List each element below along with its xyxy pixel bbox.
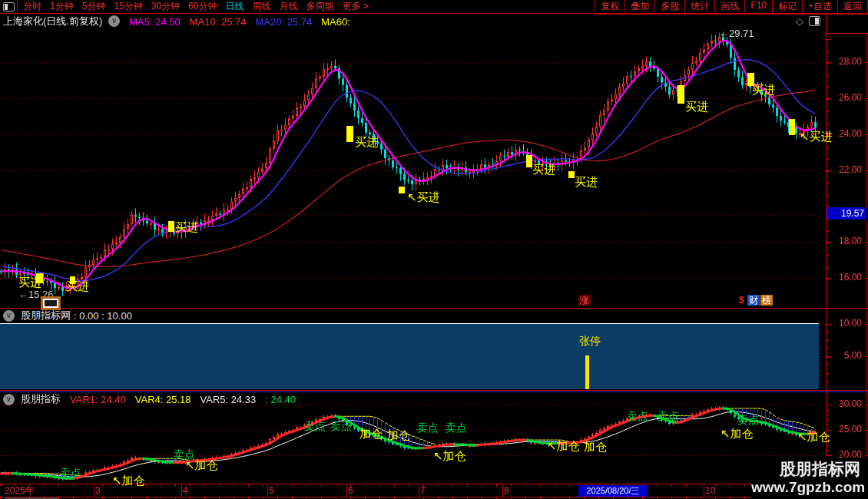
panel-layout-icon[interactable] — [809, 16, 820, 26]
axis-tick-minor — [827, 219, 830, 220]
axis-tick-minor — [827, 183, 830, 183]
footer-badge-3[interactable]: 榜 — [760, 295, 773, 306]
buy-signal-marker — [36, 273, 43, 283]
timeline-year-label: 2025年 — [5, 485, 35, 496]
period-tab-1[interactable]: 1分钟 — [50, 0, 74, 13]
price-axis-label: 18.00 — [830, 236, 862, 246]
period-tab-7[interactable]: 周线 — [252, 0, 270, 13]
axis-tick-minor — [827, 51, 830, 52]
buy-signal-marker — [568, 171, 575, 178]
axis-tick-minor — [827, 381, 830, 382]
axis-tick-minor — [827, 123, 830, 124]
period-tab-5[interactable]: 60分钟 — [188, 0, 217, 13]
buy-signal-marker — [346, 126, 353, 142]
action-button-3[interactable]: 统计 — [684, 0, 715, 15]
axis-tick-minor — [827, 410, 830, 411]
diamond-icon[interactable]: ◇ — [796, 15, 803, 27]
title-bar: 上海家化(日线.前复权) MA5: 24.50MA10: 25.74MA20: … — [0, 14, 868, 28]
action-button-1[interactable]: 叠加 — [624, 0, 655, 15]
footer-badge-1[interactable]: $ — [737, 295, 746, 306]
action-menu: 复权叠加多股统计画线F10标记+自选返回 — [595, 0, 868, 15]
add-position-label: 加仓 — [359, 428, 383, 439]
axis-tick-minor — [827, 207, 830, 207]
title-icons: ◇ — [796, 15, 820, 27]
watermark: 股朋指标网 www.7gpzb.com — [751, 458, 868, 499]
sell-point-label: 卖点 — [60, 468, 81, 478]
period-tab-6[interactable]: 日线 — [225, 0, 244, 13]
axis-tick-minor — [827, 455, 830, 456]
buy-signal-marker — [789, 119, 795, 135]
timeline-month-label: 8 — [504, 485, 509, 496]
axis-tick-minor — [827, 365, 830, 365]
footer-badge-2[interactable]: 财 — [747, 295, 760, 306]
top-menu-bar: 分时1分钟5分钟15分钟30分钟60分钟日线周线月线多周期更多 > 复权叠加多股… — [0, 0, 868, 14]
timeline-month-label: 3 — [95, 485, 101, 496]
selected-date-cell: 2025/08/20/三 — [578, 485, 648, 497]
timeline-month-label: 4 — [183, 485, 188, 496]
panel2-axis-label: 5.00 — [830, 350, 862, 361]
buy-signal-marker — [168, 221, 174, 232]
buy-signal-marker — [526, 155, 532, 167]
action-button-5[interactable]: F10 — [744, 0, 773, 15]
period-tab-9[interactable]: 多周期 — [306, 0, 333, 13]
add-position-label: ↖加仓 — [185, 459, 218, 471]
period-tab-2[interactable]: 5分钟 — [82, 0, 106, 13]
buy-signal-label: 买进 — [752, 84, 775, 95]
axis-tick-minor — [827, 111, 830, 112]
action-button-6[interactable]: 标记 — [772, 0, 803, 15]
axis-tick-minor — [827, 340, 830, 341]
window-toggle-button[interactable] — [0, 0, 18, 13]
timeline-month-line — [267, 485, 268, 497]
buy-signal-label: ↖买进 — [800, 131, 833, 142]
period-tab-8[interactable]: 月线 — [279, 0, 297, 13]
price-axis-label: 22.00 — [830, 164, 862, 175]
timeline-month-label: 10 — [705, 485, 715, 496]
add-position-label: 加仓 — [387, 429, 410, 441]
timeline-month-label: 7 — [420, 485, 426, 496]
timeline-month-label: 5 — [269, 485, 274, 496]
axis-tick-minor — [827, 63, 830, 64]
add-position-label: ↖加仓 — [721, 428, 754, 439]
action-button-4[interactable]: 画线 — [714, 0, 745, 15]
period-tab-4[interactable]: 30分钟 — [151, 0, 180, 13]
add-position-label: ↖加仓 — [797, 431, 830, 442]
axis-tick-major — [827, 405, 832, 405]
add-position-label: ↖加仓 — [547, 440, 580, 451]
ma-legend-item-1: MA10: 25.74 — [190, 16, 247, 28]
panel3-axis-label: 30.00 — [830, 398, 862, 409]
axis-tick-minor — [827, 420, 830, 421]
price-annotation: ←29.71 — [719, 28, 754, 38]
axis-tick-minor — [827, 99, 830, 100]
buy-signal-label: 买进 — [685, 101, 708, 112]
app-window: 分时1分钟5分钟15分钟30分钟60分钟日线周线月线多周期更多 > 复权叠加多股… — [0, 0, 868, 499]
sell-point-label: 卖点 — [304, 421, 326, 431]
period-tab-0[interactable]: 分时 — [23, 0, 41, 13]
axis-tick-minor — [827, 231, 830, 232]
buy-signal-marker — [399, 187, 405, 193]
axis-tick-minor — [827, 195, 830, 196]
action-button-8[interactable]: 返回 — [837, 0, 868, 15]
timeline-month-line — [419, 485, 419, 497]
timeline-month-line — [502, 485, 503, 497]
axis-tick-minor — [827, 357, 830, 358]
layout-icon — [3, 2, 15, 12]
period-tab-3[interactable]: 15分钟 — [114, 0, 142, 13]
action-button-2[interactable]: 多股 — [654, 0, 685, 15]
chevron-down-icon[interactable] — [108, 15, 120, 27]
sell-point-label: 卖点 — [737, 415, 759, 425]
axis-tick-minor — [827, 425, 830, 425]
period-tab-10[interactable]: 更多 > — [342, 0, 368, 13]
sell-point-label: 卖点 — [658, 411, 679, 421]
sell-point-label: 卖点 — [417, 422, 439, 433]
panel2-axis-label: 10.00 — [830, 318, 862, 329]
timeline-month-line — [94, 485, 94, 497]
axis-tick-minor — [827, 243, 830, 243]
footer-badge-0[interactable]: 涨 — [578, 295, 591, 306]
buy-signal-marker — [747, 73, 754, 86]
last-price-tag: 19.57 — [827, 207, 866, 220]
axis-tick-minor — [827, 87, 830, 88]
axis-tick-minor — [827, 279, 830, 279]
action-button-7[interactable]: +自选 — [802, 0, 838, 15]
sell-point-label: 卖点 — [446, 422, 467, 433]
action-button-0[interactable]: 复权 — [595, 0, 625, 15]
